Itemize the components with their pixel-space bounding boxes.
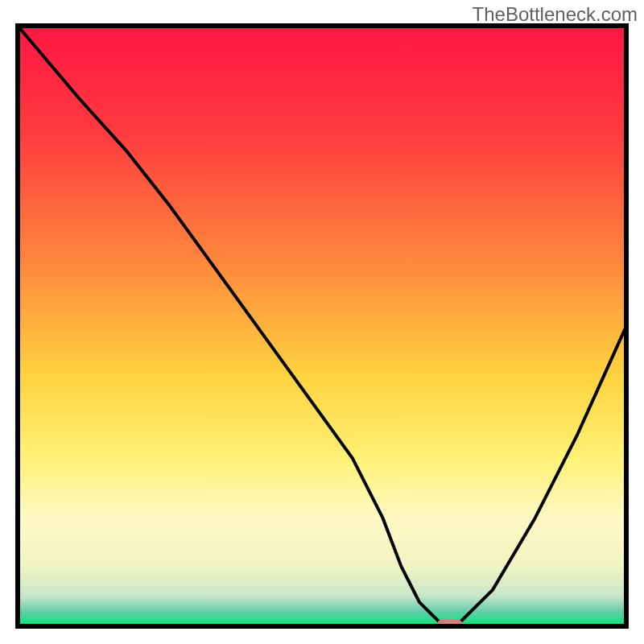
bottleneck-chart: [0, 0, 644, 644]
chart-container: TheBottleneck.com: [0, 0, 644, 644]
plot-background: [18, 26, 626, 626]
watermark-text: TheBottleneck.com: [473, 3, 638, 26]
